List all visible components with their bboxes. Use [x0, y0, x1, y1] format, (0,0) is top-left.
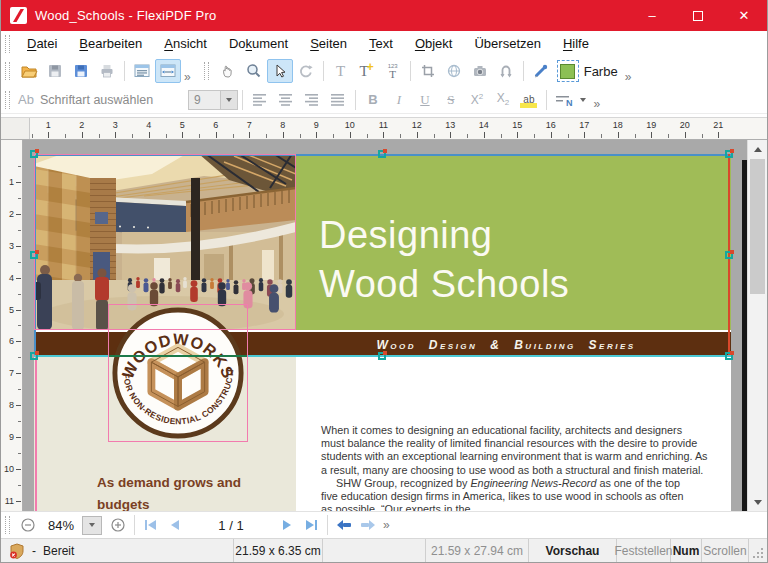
ruler-number: 8	[280, 120, 285, 130]
align-right-button[interactable]	[299, 88, 325, 112]
menu-item-ansicht[interactable]: Ansicht	[153, 34, 218, 53]
menu-item-datei[interactable]: Datei	[16, 34, 68, 53]
selection-handle-n[interactable]	[378, 150, 386, 158]
view-text-edit-button[interactable]	[155, 59, 181, 83]
highlight-button[interactable]: ab	[516, 88, 542, 112]
series-title[interactable]: Wood Design & Building Series	[296, 332, 716, 357]
toolbar-grip[interactable]	[204, 62, 209, 80]
line-numbering-button[interactable]: N	[551, 88, 577, 112]
color-swatch-frame	[557, 60, 579, 82]
font-size-combobox[interactable]: 9	[188, 90, 238, 110]
link-button[interactable]	[441, 59, 467, 83]
highlight-icon: ab	[521, 94, 536, 105]
align-left-button[interactable]	[247, 88, 273, 112]
selection-handle-se[interactable]	[725, 352, 733, 360]
bold-button[interactable]: B	[360, 88, 386, 112]
save-button[interactable]	[42, 59, 68, 83]
ruler-number: 20	[680, 120, 690, 130]
crop-button[interactable]	[415, 59, 441, 83]
view-back-button[interactable]	[332, 514, 356, 536]
menu-item-hilfe[interactable]: Hilfe	[552, 34, 600, 53]
scrollbar-thumb[interactable]	[750, 159, 765, 294]
view-forward-button[interactable]	[356, 514, 380, 536]
italic-icon: I	[397, 93, 401, 106]
menu-item-objekt[interactable]: Objekt	[404, 34, 464, 53]
toolbar-grip[interactable]	[5, 35, 10, 53]
align-center-button[interactable]	[273, 88, 299, 112]
document-canvas[interactable]: Designing Wood Schools Wood Design & Bui…	[23, 140, 747, 511]
zoom-tool-button[interactable]	[241, 59, 267, 83]
print-button[interactable]	[94, 59, 120, 83]
ruler-number: 7	[9, 368, 14, 378]
selection-handle-w[interactable]	[30, 251, 38, 259]
ruler-number: 10	[345, 120, 355, 130]
snapshot-button[interactable]	[467, 59, 493, 83]
view-page-layout-button[interactable]	[129, 59, 155, 83]
selection-handle-nw[interactable]	[30, 150, 38, 158]
text-numbering-button[interactable]: 123 T	[380, 59, 406, 83]
rotate-tool-button[interactable]	[293, 59, 319, 83]
line-numbering-dropdown[interactable]	[576, 88, 590, 112]
ruler-number: 16	[546, 120, 556, 130]
toolbar-overflow-chevron[interactable]: »	[184, 70, 191, 86]
zoom-level[interactable]: 84%	[40, 518, 82, 533]
last-page-button[interactable]	[299, 514, 323, 536]
document-title[interactable]: Designing Wood Schools	[319, 211, 569, 309]
toolbar-overflow-chevron[interactable]: »	[383, 518, 390, 532]
menu-item-seiten[interactable]: Seiten	[299, 34, 358, 53]
color-button[interactable]: Farbe	[554, 59, 622, 83]
window-controls: – ✕	[629, 0, 767, 31]
italic-button[interactable]: I	[386, 88, 412, 112]
underline-button[interactable]: U	[412, 88, 438, 112]
scroll-down-button[interactable]	[748, 493, 767, 511]
first-page-button[interactable]	[139, 514, 163, 536]
save-as-button[interactable]	[68, 59, 94, 83]
page-size: 21.59 x 27.94 cm	[426, 539, 529, 562]
previous-page-button[interactable]	[163, 514, 187, 536]
toolbar-grip[interactable]	[5, 62, 10, 80]
align-justify-button[interactable]	[325, 88, 351, 112]
reflow-button[interactable]	[493, 59, 519, 83]
open-button[interactable]	[16, 59, 42, 83]
selection-handle-e[interactable]	[725, 251, 733, 259]
flexipdf-logo-icon	[10, 7, 27, 24]
add-text-button[interactable]: T +	[354, 59, 380, 83]
menu-item-bearbeiten[interactable]: Bearbeiten	[68, 34, 153, 53]
scroll-up-button[interactable]	[748, 140, 767, 158]
toolbar-overflow-chevron[interactable]: »	[625, 70, 632, 86]
menu-item-übersetzen[interactable]: Übersetzen	[463, 34, 551, 53]
select-tool-button[interactable]	[267, 59, 293, 83]
toolbar-grip[interactable]	[5, 91, 10, 109]
zoom-dropdown-button[interactable]	[82, 516, 102, 535]
vertical-scrollbar[interactable]	[747, 140, 767, 511]
page-indicator[interactable]: 1 / 1	[187, 518, 275, 533]
font-name-combobox[interactable]: Schriftart auswählen	[36, 90, 188, 110]
eyedropper-button[interactable]	[528, 59, 554, 83]
selection-handle-sw[interactable]	[30, 352, 38, 360]
toolbar-overflow-chevron[interactable]: »	[593, 97, 600, 113]
superscript-button[interactable]: X2	[464, 88, 490, 112]
hand-tool-button[interactable]	[215, 59, 241, 83]
menu-item-text[interactable]: Text	[358, 34, 404, 53]
close-button[interactable]: ✕	[721, 0, 767, 31]
toolbar-grip[interactable]	[5, 516, 10, 534]
selection-handle-s[interactable]	[378, 352, 386, 360]
strikethrough-button[interactable]: S	[438, 88, 464, 112]
zoom-out-button[interactable]	[16, 514, 40, 536]
rotate-icon	[297, 62, 315, 80]
resize-grip-icon[interactable]	[753, 548, 764, 559]
sidebar-heading[interactable]: As demand grows and budgets shrink for n…	[97, 472, 287, 511]
next-page-button[interactable]	[275, 514, 299, 536]
subscript-button[interactable]: X2	[490, 88, 516, 112]
selection-handle-ne[interactable]	[725, 150, 733, 158]
maximize-button[interactable]	[675, 0, 721, 31]
menu-item-dokument[interactable]: Dokument	[218, 34, 299, 53]
ruler-number: 3	[9, 241, 14, 251]
minimize-button[interactable]: –	[629, 0, 675, 31]
edit-text-button[interactable]: T	[328, 59, 354, 83]
ruler-number: 17	[579, 120, 589, 130]
font-size-dropdown-button[interactable]	[220, 91, 237, 109]
zoom-in-button[interactable]	[106, 514, 130, 536]
body-paragraphs[interactable]: When it comes to designing an educationa…	[321, 424, 725, 511]
pdf-page[interactable]: Designing Wood Schools Wood Design & Bui…	[34, 154, 731, 511]
